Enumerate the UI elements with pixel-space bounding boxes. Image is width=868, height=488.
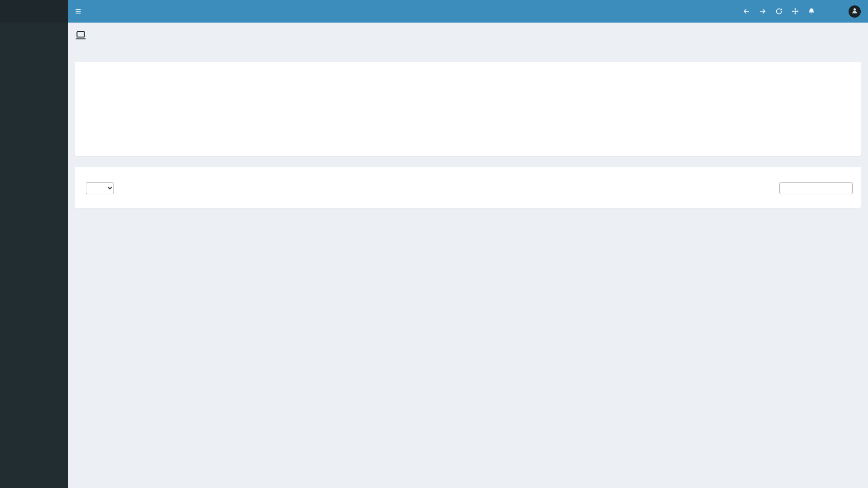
refresh-button[interactable] <box>775 8 783 15</box>
legend-swatch <box>460 71 473 75</box>
presence-chart <box>83 80 853 123</box>
page-title <box>75 30 861 44</box>
top-navbar <box>68 0 868 23</box>
device-presence-panel <box>75 62 861 156</box>
nav-back-button[interactable] <box>743 8 750 15</box>
search-wrap <box>776 182 853 194</box>
my-devices-panel <box>75 167 861 208</box>
sidebar <box>0 0 68 488</box>
chart-bars <box>95 80 853 123</box>
search-input[interactable] <box>779 182 853 194</box>
page-content <box>68 23 868 488</box>
laptop-icon <box>75 30 86 44</box>
notifications-bell-button[interactable] <box>808 8 815 15</box>
move-button[interactable] <box>792 8 799 15</box>
chart-y-axis <box>83 80 95 123</box>
page-size-select[interactable] <box>86 182 114 194</box>
table-controls <box>83 182 853 194</box>
chart-legend[interactable] <box>460 71 476 75</box>
brand-logo[interactable] <box>0 0 68 23</box>
app-root <box>0 0 868 488</box>
user-avatar[interactable] <box>849 5 861 18</box>
navbar-right <box>743 5 868 18</box>
user-icon <box>851 7 858 15</box>
sidebar-toggle-button[interactable] <box>68 0 89 23</box>
nav-forward-button[interactable] <box>759 8 766 15</box>
main-column <box>68 0 868 488</box>
plugins-status-chip[interactable] <box>824 10 830 13</box>
